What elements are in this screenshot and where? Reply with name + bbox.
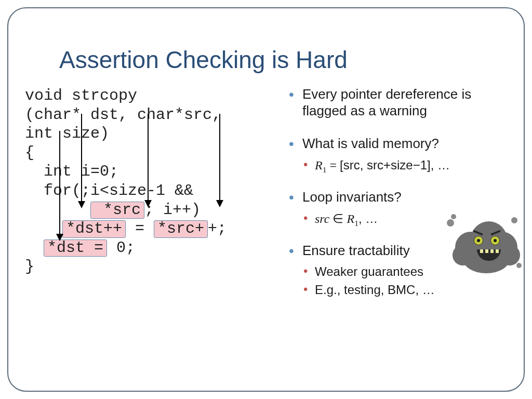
math-eq: = xyxy=(326,158,340,172)
arrow-icon xyxy=(148,114,149,206)
arrow-icon xyxy=(59,131,60,240)
code-line: for(;i<size-1 && xyxy=(25,182,193,200)
code-line: } xyxy=(25,258,34,275)
arrow-icon xyxy=(219,114,220,206)
code-mid: = xyxy=(126,220,154,237)
highlight-src-inc: *src+ xyxy=(154,220,208,238)
slide-title: Assertion Checking is Hard xyxy=(59,46,348,74)
code-post: +; xyxy=(208,220,227,237)
highlight-src: *src xyxy=(90,202,144,219)
math-text: [src, src+size−1], … xyxy=(340,158,450,172)
code-line: { xyxy=(25,144,34,162)
math-sub: 1 xyxy=(354,218,358,227)
angry-cloud-icon xyxy=(450,216,523,278)
bullet-item: What is valid memory? xyxy=(289,136,517,152)
bullet-subitem: R1 = [src, src+size−1], … xyxy=(289,157,517,175)
code-line: int size) xyxy=(25,125,109,142)
code-line: void strcopy xyxy=(25,87,137,104)
bullet-item: Every pointer dereference is flagged as … xyxy=(289,86,517,119)
math-var: R xyxy=(315,158,323,172)
bullet-item: Loop invariants? xyxy=(289,189,517,206)
math-var: src xyxy=(315,212,329,225)
math-in: ∈ xyxy=(329,212,347,225)
highlight-dst-assign: *dst = xyxy=(44,240,107,257)
code-post: ; i++) xyxy=(144,201,201,219)
bullet-subitem: E.g., testing, BMC, … xyxy=(289,282,517,297)
code-pre xyxy=(25,239,44,257)
code-block: void strcopy (char* dst, char*src, int s… xyxy=(25,86,285,276)
slide-frame: Assertion Checking is Hard void strcopy … xyxy=(7,7,525,392)
highlight-dst-inc: *dst++ xyxy=(62,220,126,238)
arrow-icon xyxy=(81,114,82,207)
math-text: , … xyxy=(358,211,378,225)
code-post: 0; xyxy=(107,239,135,257)
math-var: R xyxy=(347,212,354,225)
code-line: int i=0; xyxy=(25,163,118,180)
code-line: (char* dst, char*src, xyxy=(25,106,221,124)
